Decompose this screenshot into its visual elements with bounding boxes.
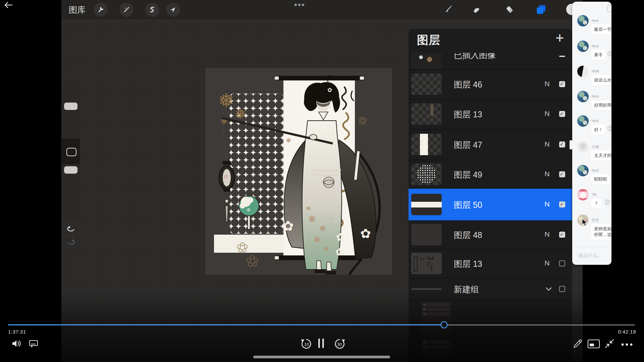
gold-sakura-outline: ✿ [358,115,367,126]
avatar[interactable] [577,141,589,153]
panel-scrollbar[interactable] [570,140,572,149]
size-slider-handle[interactable] [64,103,77,110]
layer-row-13a[interactable]: 图层 13 N [409,99,572,129]
timeline-handle[interactable] [440,321,448,328]
video-frame[interactable]: 图库 [61,0,583,362]
undo-button[interactable] [66,225,76,235]
avatar[interactable] [577,189,589,200]
timeline-progress[interactable] [8,324,442,325]
svg-text:❅: ❅ [313,235,321,245]
layer-label: 图层 48 [454,230,482,241]
rewind-10-button[interactable]: 10 [300,337,313,351]
actions-wrench-button[interactable] [94,3,108,17]
layer-visibility-checkbox[interactable] [559,111,565,117]
layer-thumbnail [411,134,442,155]
magic-wand-icon [122,6,130,14]
blend-mode-badge[interactable]: N [542,259,552,267]
blend-mode-badge[interactable]: N [542,80,552,88]
svg-text:❅: ❅ [235,107,246,121]
modify-button[interactable] [66,148,76,156]
layers-tool-button[interactable] [535,3,547,17]
layer-row-46[interactable]: 图层 46 N [409,69,572,100]
exit-fullscreen-button[interactable] [604,338,615,351]
opacity-slider-handle[interactable] [64,166,77,174]
layer-label: 图层 47 [454,139,482,150]
chevron-down-icon[interactable] [545,287,552,291]
adjustments-button[interactable] [119,3,133,17]
svg-text:✿: ✿ [360,227,371,241]
selection-button[interactable] [145,3,159,17]
avatar[interactable] [577,66,589,77]
chat-header-icon[interactable] [607,5,611,12]
more-options-button[interactable] [621,342,633,348]
timeline-remaining[interactable] [447,324,635,325]
layer-visibility-checkbox[interactable] [559,260,565,266]
group-child-thumbnail[interactable] [421,302,451,335]
layer-visibility-checkbox[interactable] [559,232,565,238]
smudge-tool-button[interactable] [471,5,481,15]
avatar[interactable] [577,115,589,127]
canvas-artwork[interactable]: ✿ ❅ ❅ ❅ ✿ [205,68,392,275]
pip-button[interactable] [587,339,600,350]
layer-row-48[interactable]: 图层 48 N [409,220,572,249]
group-visibility-checkbox[interactable] [559,286,565,292]
group-child-thumbnail[interactable] [421,339,451,358]
layer-row-50-selected[interactable]: 图层 50 N [409,189,572,221]
gallery-button[interactable]: 图库 [69,4,86,15]
layer-visibility-checkbox[interactable] [559,201,565,207]
chat-drawer: heoi 最后一节 heoi 美手 Nntk 就这么水 heoi 好用好用 he… [572,2,611,265]
message-more-button[interactable] [607,125,611,131]
redo-icon [66,239,76,247]
topbar-more-dots[interactable] [294,4,304,6]
picture-in-picture-icon [587,339,600,349]
add-layer-button[interactable]: + [555,29,564,46]
layer-row-inserted-image[interactable]: 已插入图像 [409,53,572,70]
forward-30-button[interactable]: 30 [333,337,346,351]
danmaku-toggle-button[interactable] [29,340,38,350]
message-more-button[interactable] [607,51,611,57]
layer-row-49[interactable]: 图层 49 N [409,160,572,189]
avatar[interactable] [577,91,589,102]
blend-mode-badge[interactable]: N [542,230,552,238]
layer-row-47[interactable]: 图层 47 N [409,129,572,160]
layer-visibility-checkbox[interactable] [559,81,565,87]
eraser-tool-button[interactable] [505,5,514,15]
remaining-time: 0:42:19 [618,329,636,335]
message-more-button[interactable] [604,199,610,205]
blend-mode-badge[interactable]: N [542,200,552,208]
chat-input[interactable] [578,252,611,258]
layer-label: 已插入图像 [454,53,496,61]
avatar[interactable] [577,165,589,176]
back-button[interactable] [4,1,13,9]
brush-tool-button[interactable] [444,5,453,15]
redo-button[interactable] [66,239,76,248]
blend-mode-badge[interactable]: N [542,170,552,178]
undo-icon [66,225,76,234]
group-row-new-group[interactable]: 新建组 [409,278,572,300]
more-dots-icon [621,343,633,347]
blend-mode-badge[interactable]: N [542,140,552,148]
chat-bubble: 好用好用 [591,100,611,111]
notes-pencil-button[interactable] [572,338,583,350]
layer-visibility-checkbox[interactable] [559,171,565,177]
layer-thumbnail [411,253,442,274]
volume-button[interactable] [11,339,22,350]
svg-text:❅: ❅ [286,137,291,144]
svg-text:❅: ❅ [319,224,326,233]
chat-bubble: 好！ [591,124,606,135]
layer-row-13b[interactable]: 图层 13 N [409,249,572,279]
avatar[interactable] [577,41,589,52]
avatar[interactable] [577,15,589,26]
chat-bubble: 最后一节 [591,24,611,35]
svg-text:✿: ✿ [247,207,250,212]
home-indicator-bar[interactable] [253,356,390,358]
blend-mode-badge[interactable]: N [542,110,552,118]
transform-button[interactable] [166,3,180,17]
pause-button[interactable] [318,338,325,350]
layer-visibility-checkbox[interactable] [559,141,565,147]
chat-bubble: 老师是如 价呢，这 [591,223,611,240]
wrench-icon [97,6,105,14]
brush-size-slider[interactable] [62,81,80,138]
white-band [214,235,283,253]
chat-bubble: 耶耶耶 [591,174,610,185]
